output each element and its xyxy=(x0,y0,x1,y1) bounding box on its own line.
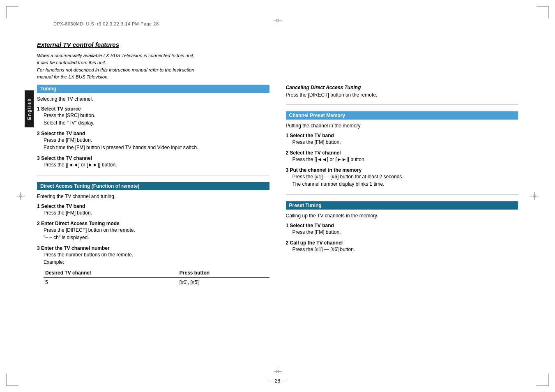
step-body: Press the [FM] button.Each time the [FM]… xyxy=(44,136,269,151)
col1-header: Desired TV channel xyxy=(44,268,178,278)
step-number: 2 xyxy=(37,221,41,226)
step-number: 3 xyxy=(37,155,41,161)
preset-tuning-step-1: 1 Select the TV band Press the [FM] butt… xyxy=(286,223,518,236)
preset-step-3: 3 Put the channel in the memory Press th… xyxy=(286,167,518,188)
channel-preset-header: Channel Preset Memory xyxy=(286,111,518,120)
step-body: Press the [FM] button. xyxy=(44,209,269,217)
page-number: — 28 — xyxy=(268,378,286,384)
content-area: External TV control features When a comm… xyxy=(37,41,518,359)
two-col-layout: Tuning Selecting the TV channel. 1 Selec… xyxy=(37,85,518,291)
step-number: 2 xyxy=(37,131,41,136)
step-number: 3 xyxy=(37,245,41,251)
step-body: Press the [|◄◄] or [►►|] button. xyxy=(44,161,269,168)
direct-step-2: 2 Enter Direct Access Tuning mode Press … xyxy=(37,221,269,241)
intro-line3: For functions not described in this inst… xyxy=(37,67,194,72)
step-number: 2 xyxy=(286,240,290,246)
canceling-body: Press the [DIRECT] button on the remote. xyxy=(286,92,518,98)
step-body: Press the number buttons on the remote.E… xyxy=(44,251,269,287)
intro-line2: it can be controlled from this unit. xyxy=(37,60,106,65)
step-body: Press the [SRC] button.Select the "TV" d… xyxy=(44,112,269,127)
file-info: DPX-8030MD_U.S_r3 02.3.22 3:14 PM Page 2… xyxy=(53,21,159,26)
direct-access-header: Direct Access Tuning (Function of remote… xyxy=(37,182,269,190)
step-title: Select the TV band xyxy=(290,223,334,228)
step-number: 3 xyxy=(286,167,290,173)
step-number: 1 xyxy=(286,133,290,138)
step-title: Select the TV band xyxy=(41,131,85,136)
preset-tuning-step-2: 2 Call up the TV channel Press the [#1] … xyxy=(286,240,518,253)
page-container: DPX-8030MD_U.S_r3 02.3.22 3:14 PM Page 2… xyxy=(0,0,555,392)
step-title: Select the TV band xyxy=(290,133,334,138)
corner-tr xyxy=(537,6,549,18)
col2-header: Press button xyxy=(178,268,269,278)
lang-tab: English xyxy=(25,90,34,127)
button-value: [#0], [#5] xyxy=(178,278,269,287)
intro-line4: manual for the LX BUS Television. xyxy=(37,74,109,79)
step-title: Enter the TV channel number xyxy=(41,245,110,251)
crosshair-right xyxy=(530,192,539,200)
tuning-step-2: 2 Select the TV band Press the [FM] butt… xyxy=(37,131,269,151)
step-title: Call up the TV channel xyxy=(290,240,343,246)
step-body: Press the [DIRECT] button on the remote.… xyxy=(44,226,269,241)
lang-label: English xyxy=(27,98,32,120)
tuning-header: Tuning xyxy=(37,85,269,93)
step-number: 1 xyxy=(286,223,290,228)
preset-tuning-description: Calling up the TV channels in the memory… xyxy=(286,213,518,219)
preset-tuning-header: Preset Tuning xyxy=(286,201,518,210)
tuning-step-1: 1 Select TV source Press the [SRC] butto… xyxy=(37,106,269,127)
intro-text: When a commercially available LX BUS Tel… xyxy=(37,52,242,81)
step-title: Select the TV band xyxy=(41,203,85,209)
table-row: 5 [#0], [#5] xyxy=(44,278,269,287)
corner-tl xyxy=(6,6,18,18)
channel-preset-description: Putting the channel in the memory. xyxy=(286,123,518,129)
left-column: Tuning Selecting the TV channel. 1 Selec… xyxy=(37,85,269,291)
section-divider xyxy=(37,175,269,175)
intro-line1: When a commercially available LX BUS Tel… xyxy=(37,53,194,58)
section-divider-preset xyxy=(286,194,518,195)
page-title: External TV control features xyxy=(37,41,518,48)
direct-access-description: Entering the TV channel and tuning. xyxy=(37,194,269,199)
step-body: Press the [FM] button. xyxy=(292,228,518,236)
preset-step-1: 1 Select the TV band Press the [FM] butt… xyxy=(286,133,518,146)
step-title: Put the channel in the memory xyxy=(290,167,362,173)
tuning-description: Selecting the TV channel. xyxy=(37,96,269,102)
step-number: 1 xyxy=(37,203,41,209)
section-divider-right xyxy=(286,104,518,105)
right-column: Canceling Direct Access Tuning Press the… xyxy=(286,85,518,291)
step-body: Press the [FM] button. xyxy=(292,138,518,146)
channel-table: Desired TV channel Press button 5 [#0], … xyxy=(44,268,269,287)
crosshair-top xyxy=(274,16,282,25)
channel-value: 5 xyxy=(44,278,178,287)
step-title: Select the TV channel xyxy=(41,155,92,161)
crosshair-left xyxy=(16,192,25,200)
preset-step-2: 2 Select the TV channel Press the [|◄◄] … xyxy=(286,150,518,163)
step-title: Enter Direct Access Tuning mode xyxy=(41,221,120,226)
canceling-title: Canceling Direct Access Tuning xyxy=(286,85,518,90)
corner-bl xyxy=(6,374,18,386)
step-body: Press the [|◄◄] or [►►|] button. xyxy=(292,156,518,163)
step-number: 1 xyxy=(37,106,41,112)
direct-step-1: 1 Select the TV band Press the [FM] butt… xyxy=(37,203,269,217)
corner-br xyxy=(537,374,549,386)
step-body: Press the [#1] — [#6] button. xyxy=(292,246,518,253)
step-title: Select TV source xyxy=(41,106,81,112)
step-body: Press the [#1] — [#6] button for at leas… xyxy=(292,173,518,188)
step-title: Select the TV channel xyxy=(290,150,341,156)
step-number: 2 xyxy=(286,150,290,156)
direct-step-3: 3 Enter the TV channel number Press the … xyxy=(37,245,269,287)
tuning-step-3: 3 Select the TV channel Press the [|◄◄] … xyxy=(37,155,269,168)
crosshair-bottom xyxy=(274,367,282,376)
